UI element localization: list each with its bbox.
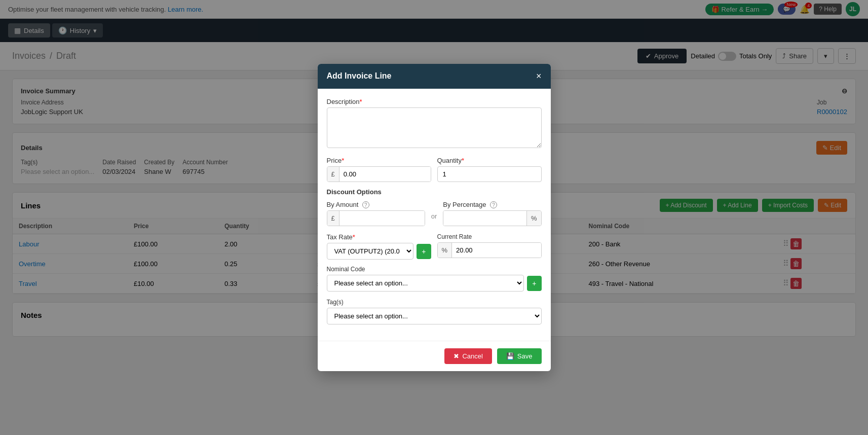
modal-body: Description* Price* £ Quantit bbox=[318, 89, 551, 341]
add-invoice-line-modal: Add Invoice Line × Description* Price* £ bbox=[318, 64, 551, 345]
modal-close-button[interactable]: × bbox=[536, 71, 542, 82]
by-percentage-help-icon[interactable]: ? bbox=[490, 201, 497, 208]
by-percentage-label: By Percentage ? bbox=[443, 201, 541, 209]
price-col: Price* £ bbox=[327, 157, 431, 182]
pct-prefix: % bbox=[438, 243, 452, 258]
price-quantity-row: Price* £ Quantity* bbox=[327, 157, 542, 182]
current-rate-col: Current Rate % bbox=[437, 233, 542, 260]
current-rate-input[interactable] bbox=[452, 243, 541, 258]
nominal-code-select[interactable]: Please select an option... bbox=[327, 275, 524, 292]
tax-rate-row: Tax Rate* VAT (OUTPUT2) (20.00%) + Curre… bbox=[327, 233, 542, 260]
tax-rate-select[interactable]: VAT (OUTPUT2) (20.00%) bbox=[327, 243, 414, 260]
by-percentage-col: By Percentage ? % bbox=[443, 201, 541, 227]
nominal-code-label: Nominal Code bbox=[327, 266, 542, 273]
add-nominal-button[interactable]: + bbox=[527, 276, 541, 291]
nominal-code-row: Please select an option... + bbox=[327, 275, 542, 292]
description-input[interactable] bbox=[327, 107, 542, 148]
tags-group: Tag(s) Please select an option... bbox=[327, 299, 542, 324]
quantity-input[interactable] bbox=[437, 166, 542, 182]
modal-header: Add Invoice Line × bbox=[318, 64, 551, 89]
discount-section-label: Discount Options bbox=[327, 188, 542, 196]
nominal-code-group: Nominal Code Please select an option... … bbox=[327, 266, 542, 292]
or-divider: or bbox=[431, 201, 437, 227]
by-amount-col: By Amount ? £ bbox=[327, 201, 425, 227]
tags-select[interactable]: Please select an option... bbox=[327, 308, 542, 324]
amount-prefix: £ bbox=[327, 211, 339, 226]
quantity-label: Quantity* bbox=[437, 157, 542, 164]
by-amount-input[interactable] bbox=[339, 211, 425, 226]
add-tax-rate-button[interactable]: + bbox=[417, 244, 431, 259]
description-label: Description* bbox=[327, 98, 542, 105]
price-label: Price* bbox=[327, 157, 431, 164]
price-input-group: £ bbox=[327, 166, 431, 182]
tax-rate-select-group: VAT (OUTPUT2) (20.00%) + bbox=[327, 243, 431, 260]
by-amount-label: By Amount ? bbox=[327, 201, 425, 209]
tags-label: Tag(s) bbox=[327, 299, 542, 306]
tax-rate-col: Tax Rate* VAT (OUTPUT2) (20.00%) + bbox=[327, 233, 431, 260]
discount-group: Discount Options By Amount ? £ or bbox=[327, 188, 542, 227]
by-amount-help-icon[interactable]: ? bbox=[362, 201, 369, 208]
by-percentage-input[interactable] bbox=[443, 211, 526, 226]
quantity-col: Quantity* bbox=[437, 157, 542, 182]
by-amount-input-group: £ bbox=[327, 210, 425, 226]
price-input[interactable] bbox=[339, 167, 431, 182]
current-rate-label: Current Rate bbox=[437, 233, 542, 240]
tax-rate-label: Tax Rate* bbox=[327, 233, 431, 241]
discount-row: By Amount ? £ or By Percentage bbox=[327, 201, 542, 227]
modal-title: Add Invoice Line bbox=[327, 71, 392, 81]
modal-footer: ✖ Cancel 💾 Save bbox=[318, 341, 551, 345]
current-rate-input-group: % bbox=[437, 242, 542, 258]
description-group: Description* bbox=[327, 98, 542, 150]
pct-suffix: % bbox=[526, 211, 541, 226]
price-prefix: £ bbox=[327, 167, 339, 182]
by-percentage-input-group: % bbox=[443, 210, 541, 226]
modal-overlay[interactable]: Add Invoice Line × Description* Price* £ bbox=[0, 0, 868, 345]
